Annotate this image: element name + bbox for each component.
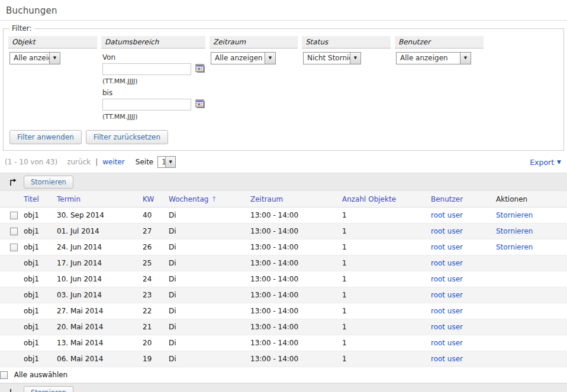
cell-benutzer: root user [431,271,496,287]
cell-aktionen [496,303,567,319]
von-date-input[interactable] [102,63,191,75]
bis-calendar-icon[interactable] [195,99,206,109]
export-label: Export [530,158,554,167]
column-header-kw[interactable]: KW [143,191,169,208]
status-select-value: Nicht Storniert [304,53,350,64]
cell-wochentag: Di [169,208,250,223]
user-link[interactable]: root user [431,275,463,283]
filter-panel: Filter: Objekt Alle anzeigen ▼ Datumsber… [3,24,564,151]
next-page-link[interactable]: weiter [102,158,125,166]
cell-kw: 20 [143,335,169,351]
cell-termin: 10. Jun 2014 [57,271,143,287]
dropdown-arrow-icon: ▼ [460,53,471,64]
cell-benutzer: root user [431,335,496,351]
page-header: Buchungen [0,0,567,21]
von-calendar-icon[interactable] [195,64,206,74]
page-title: Buchungen [6,5,561,16]
bis-date-input[interactable] [102,99,191,111]
cell-kw: 27 [143,223,169,239]
cell-kw: 40 [143,208,169,223]
filter-column-status: Status Nicht Storniert ▼ [302,36,391,124]
user-link[interactable]: root user [431,227,463,235]
row-checkbox[interactable] [10,212,18,219]
cell-termin: 13. Mai 2014 [57,335,143,351]
user-link[interactable]: root user [431,307,463,315]
cell-aktionen [496,271,567,287]
cell-zeitraum: 13:00 - 14:00 [250,287,342,303]
benutzer-select[interactable]: Alle anzeigen ▼ [396,52,471,64]
grid-toolbar-bottom: Stornieren [0,383,567,392]
reset-filter-button[interactable]: Filter zurücksetzen [86,130,168,144]
cell-titel: obj1 [24,303,57,319]
cell-zeitraum: 13:00 - 14:00 [250,351,342,367]
cell-anzahl-objekte: 1 [342,271,431,287]
filter-column-benutzer: Benutzer Alle anzeigen ▼ [395,36,484,124]
user-link[interactable]: root user [431,211,463,219]
cell-zeitraum: 13:00 - 14:00 [250,335,342,351]
cell-zeitraum: 13:00 - 14:00 [250,271,342,287]
cell-kw: 23 [143,287,169,303]
cell-benutzer: root user [431,223,496,239]
select-all-row: Alle auswählen [0,367,567,383]
column-header-benutzer[interactable]: Benutzer [431,191,496,208]
cell-wochentag: Di [169,239,250,255]
cell-aktionen: Stornieren [496,208,567,223]
cancel-booking-link[interactable]: Stornieren [496,243,533,251]
cell-benutzer: root user [431,303,496,319]
cell-termin: 06. Mai 2014 [57,351,143,367]
cell-wochentag: Di [169,271,250,287]
cell-kw: 26 [143,239,169,255]
previous-page-link[interactable]: zurück [67,158,91,166]
user-link[interactable]: root user [431,259,463,267]
cell-titel: obj1 [24,351,57,367]
column-header-titel[interactable]: Titel [24,191,57,208]
cancel-booking-link[interactable]: Stornieren [496,211,533,219]
cell-termin: 17. Jun 2014 [57,255,143,271]
bookings-table-body: obj1 30. Sep 2014 40 Di 13:00 - 14:00 1 … [0,208,567,367]
export-menu[interactable]: Export ▼ [530,158,561,167]
status-select[interactable]: Nicht Storniert ▼ [303,52,361,64]
zeitraum-column-label: Zeitraum [210,36,298,48]
apply-filter-button[interactable]: Filter anwenden [9,130,82,144]
user-link[interactable]: root user [431,243,463,251]
user-link[interactable]: root user [431,291,463,299]
table-row: obj1 24. Jun 2014 26 Di 13:00 - 14:00 1 … [0,239,567,255]
cell-titel: obj1 [24,208,57,223]
filter-column-objekt: Objekt Alle anzeigen ▼ [8,36,97,124]
table-row: obj1 01. Jul 2014 27 Di 13:00 - 14:00 1 … [0,223,567,239]
column-header-wochentag[interactable]: Wochentag↑ [169,191,250,208]
cancel-booking-link[interactable]: Stornieren [496,227,533,235]
column-header-zeitraum[interactable]: Zeitraum [250,191,342,208]
zeitraum-select[interactable]: Alle anzeigen ▼ [211,52,276,64]
select-all-checkbox[interactable] [0,371,8,379]
bookings-table: Titel Termin KW Wochentag↑ Zeitraum Anza… [0,191,567,383]
cell-aktionen [496,255,567,271]
cell-anzahl-objekte: 1 [342,335,431,351]
cancel-selected-bottom-button[interactable]: Stornieren [24,386,73,392]
cell-zeitraum: 13:00 - 14:00 [250,208,342,223]
cancel-selected-top-button[interactable]: Stornieren [24,176,73,189]
export-dropdown-icon: ▼ [557,159,561,165]
user-link[interactable]: root user [431,323,463,331]
cell-aktionen [496,287,567,303]
column-header-aktionen: Aktionen [496,191,567,208]
page-select[interactable]: 1 ▼ [157,156,176,168]
row-checkbox[interactable] [10,244,18,251]
page-label: Seite [136,158,153,166]
cell-titel: obj1 [24,255,57,271]
column-header-anzahl-objekte[interactable]: Anzahl Objekte [342,191,431,208]
user-link[interactable]: root user [431,339,463,347]
cell-zeitraum: 13:00 - 14:00 [250,255,342,271]
row-checkbox[interactable] [10,228,18,235]
cell-termin: 01. Jul 2014 [57,223,143,239]
filter-column-datumsbereich: Datumsbereich Von (TT.MM. [101,36,205,124]
filter-columns: Objekt Alle anzeigen ▼ Datumsbereich Von [8,36,559,124]
cell-termin: 24. Jun 2014 [57,239,143,255]
user-link[interactable]: root user [431,355,463,363]
objekt-select[interactable]: Alle anzeigen ▼ [9,52,60,64]
column-header-termin[interactable]: Termin [57,191,143,208]
table-header-row: Titel Termin KW Wochentag↑ Zeitraum Anza… [0,191,567,208]
cell-anzahl-objekte: 1 [342,351,431,367]
header-checkbox-spacer [0,191,24,208]
cell-titel: obj1 [24,239,57,255]
